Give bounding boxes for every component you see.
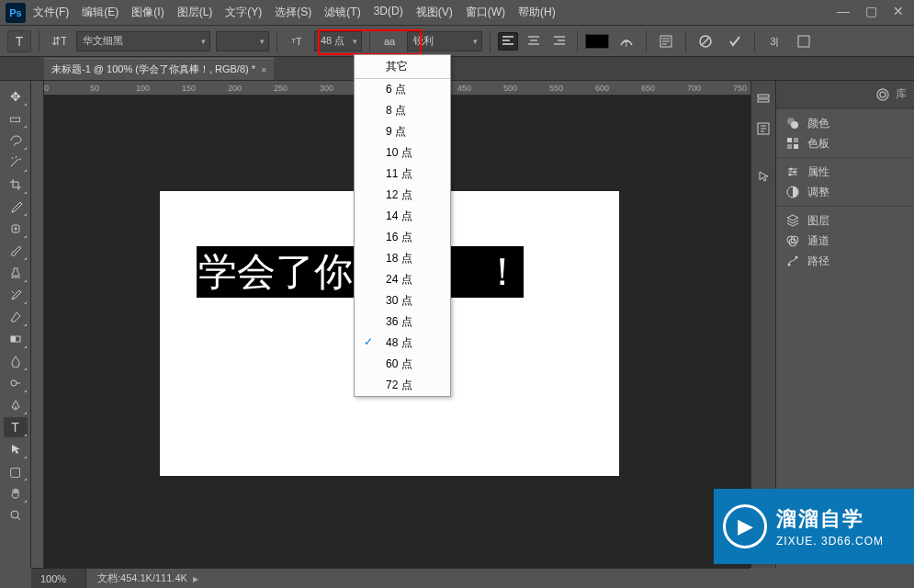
maximize-button[interactable]: ▢ bbox=[864, 4, 877, 18]
dropdown-item[interactable]: 36 点 bbox=[355, 311, 450, 333]
move-tool[interactable]: ✥ bbox=[4, 86, 28, 107]
divider bbox=[577, 30, 578, 52]
pen-tool[interactable] bbox=[4, 395, 28, 415]
close-button[interactable]: ✕ bbox=[892, 4, 905, 18]
dropdown-item[interactable]: 10 点 bbox=[355, 142, 450, 164]
3d-icon[interactable]: 3| bbox=[762, 30, 786, 52]
anti-alias-combo[interactable]: 锐利 ▾ bbox=[407, 31, 482, 51]
minimize-button[interactable]: — bbox=[837, 4, 850, 18]
panel-layers[interactable]: 图层 bbox=[776, 210, 914, 231]
marquee-tool[interactable]: ▭ bbox=[4, 108, 28, 129]
warp-text-icon[interactable]: T bbox=[615, 30, 638, 52]
panel-paths[interactable]: 路径 bbox=[776, 251, 914, 271]
align-right-button[interactable] bbox=[549, 32, 570, 51]
text-color-swatch[interactable] bbox=[585, 34, 609, 49]
library-panel-tab[interactable]: 库 bbox=[776, 81, 914, 108]
chevron-down-icon: ▾ bbox=[473, 37, 478, 46]
path-select-tool[interactable] bbox=[4, 439, 28, 459]
dropdown-item[interactable]: 72 点 bbox=[355, 375, 450, 396]
healing-tool[interactable] bbox=[4, 219, 28, 239]
type-tool[interactable]: T bbox=[4, 417, 28, 437]
dropdown-item[interactable]: 8 点 bbox=[355, 100, 450, 121]
text-content-tail: ！ bbox=[483, 246, 522, 298]
history-brush-tool[interactable] bbox=[4, 285, 28, 305]
menu-window[interactable]: 窗口(W) bbox=[466, 5, 505, 20]
font-style-combo[interactable]: ▾ bbox=[216, 31, 269, 51]
text-orientation-icon[interactable]: ⇵T bbox=[47, 30, 71, 52]
history-icon[interactable] bbox=[754, 90, 773, 108]
menu-filter[interactable]: 滤镜(T) bbox=[324, 5, 360, 20]
svg-point-17 bbox=[791, 121, 798, 129]
menu-layer[interactable]: 图层(L) bbox=[177, 5, 213, 20]
blur-tool[interactable] bbox=[4, 351, 28, 371]
status-bar: 100% 文档:454.1K/111.4K▶ bbox=[31, 568, 750, 588]
tool-preset-icon[interactable]: T bbox=[7, 30, 31, 52]
panel-menu-icon[interactable] bbox=[792, 30, 816, 52]
menu-edit[interactable]: 编辑(E) bbox=[82, 5, 118, 20]
cancel-icon[interactable] bbox=[694, 30, 717, 52]
gradient-tool[interactable] bbox=[4, 329, 28, 349]
options-bar: T ⇵T 华文细黑 ▾ ▾ TT 48 点 ▾ aa 锐利 ▾ T bbox=[0, 26, 914, 57]
watermark: ▶ 溜溜自学 ZIXUE. 3D66.COM bbox=[714, 489, 914, 564]
dropdown-item[interactable]: 60 点 bbox=[355, 354, 450, 375]
dropdown-item[interactable]: ✓48 点 bbox=[355, 333, 450, 354]
commit-icon[interactable] bbox=[723, 30, 747, 52]
font-size-combo[interactable]: 48 点 ▾ bbox=[314, 31, 362, 51]
divider bbox=[685, 30, 686, 52]
lasso-tool[interactable] bbox=[4, 130, 28, 151]
align-center-button[interactable] bbox=[524, 32, 544, 51]
dropdown-item[interactable]: 18 点 bbox=[355, 248, 450, 269]
dodge-tool[interactable] bbox=[4, 373, 28, 393]
dropdown-item[interactable]: 9 点 bbox=[355, 121, 450, 142]
divider bbox=[490, 30, 491, 52]
crop-tool[interactable] bbox=[4, 175, 28, 195]
dropdown-item[interactable]: 12 点 bbox=[355, 185, 450, 206]
eyedropper-tool[interactable] bbox=[4, 197, 28, 217]
anti-alias-label: aa bbox=[378, 30, 401, 52]
align-left-button[interactable] bbox=[498, 32, 518, 51]
dropdown-item[interactable]: 11 点 bbox=[355, 164, 450, 185]
chevron-down-icon: ▾ bbox=[353, 37, 357, 46]
font-size-value: 48 点 bbox=[321, 34, 344, 48]
svg-rect-19 bbox=[794, 138, 798, 142]
dropdown-item[interactable]: 16 点 bbox=[355, 227, 450, 248]
magic-wand-tool[interactable] bbox=[4, 153, 28, 173]
svg-rect-8 bbox=[11, 336, 16, 342]
menu-help[interactable]: 帮助(H) bbox=[518, 5, 556, 20]
font-family-combo[interactable]: 华文细黑 ▾ bbox=[76, 31, 210, 51]
panel-color[interactable]: 颜色 bbox=[776, 113, 914, 133]
menu-select[interactable]: 选择(S) bbox=[275, 5, 311, 20]
dropdown-item[interactable]: 6 点 bbox=[355, 79, 450, 100]
actions-icon[interactable] bbox=[754, 119, 773, 138]
panel-adjustments[interactable]: 调整 bbox=[776, 182, 914, 202]
close-tab-icon[interactable]: × bbox=[261, 64, 266, 75]
document-tab[interactable]: 未标题-1 @ 100% (学会了你真棒！, RGB/8) * × bbox=[44, 58, 274, 80]
dropdown-item[interactable]: 24 点 bbox=[355, 269, 450, 290]
dropdown-item[interactable]: 14 点 bbox=[355, 206, 450, 227]
menu-type[interactable]: 文字(Y) bbox=[225, 5, 262, 20]
shape-tool[interactable]: ▢ bbox=[4, 461, 28, 481]
menu-bar: Ps 文件(F) 编辑(E) 图像(I) 图层(L) 文字(Y) 选择(S) 滤… bbox=[0, 0, 914, 26]
panel-swatches[interactable]: 色板 bbox=[776, 133, 914, 153]
panel-channels[interactable]: 通道 bbox=[776, 231, 914, 251]
zoom-level[interactable]: 100% bbox=[31, 569, 86, 588]
zoom-tool[interactable] bbox=[4, 505, 28, 526]
menu-file[interactable]: 文件(F) bbox=[33, 5, 69, 20]
brush-tool[interactable] bbox=[4, 241, 28, 261]
dropdown-header[interactable]: 其它 bbox=[355, 55, 450, 79]
menu-image[interactable]: 图像(I) bbox=[131, 5, 164, 20]
panel-properties[interactable]: 属性 bbox=[776, 162, 914, 182]
svg-rect-12 bbox=[758, 99, 769, 102]
vertical-ruler[interactable] bbox=[31, 81, 44, 568]
dropdown-item[interactable]: 30 点 bbox=[355, 290, 450, 311]
stamp-tool[interactable] bbox=[4, 263, 28, 283]
svg-point-10 bbox=[11, 511, 18, 518]
character-panel-icon[interactable] bbox=[654, 30, 678, 52]
hand-tool[interactable] bbox=[4, 483, 28, 503]
document-tab-label: 未标题-1 @ 100% (学会了你真棒！, RGB/8) * bbox=[51, 62, 255, 76]
menu-3d[interactable]: 3D(D) bbox=[374, 5, 403, 20]
document-info[interactable]: 文档:454.1K/111.4K▶ bbox=[86, 571, 198, 585]
menu-view[interactable]: 视图(V) bbox=[416, 5, 453, 20]
pointer-panel-icon[interactable] bbox=[754, 167, 773, 186]
eraser-tool[interactable] bbox=[4, 307, 28, 327]
